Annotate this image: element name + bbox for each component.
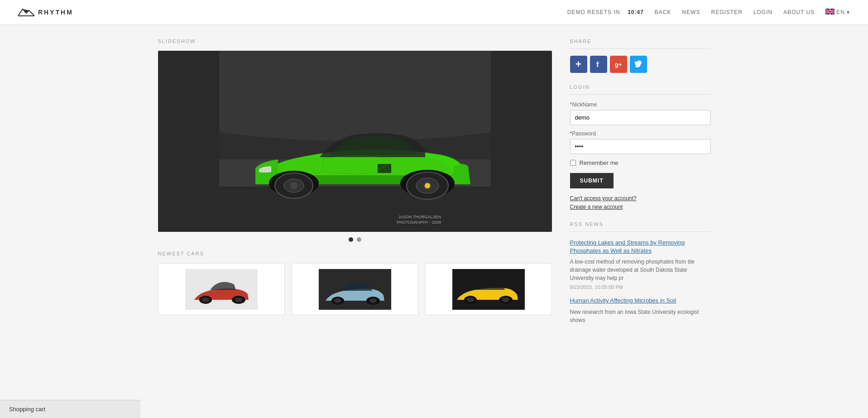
share-twitter-button[interactable] bbox=[630, 56, 647, 73]
slideshow-title: SLIDESHOW bbox=[158, 38, 552, 44]
newest-cars-section: NEWEST CARS bbox=[158, 251, 552, 315]
svg-point-36 bbox=[334, 298, 341, 303]
chevron-down-icon: ▾ bbox=[847, 9, 850, 15]
language-selector[interactable]: EN ▾ bbox=[825, 9, 850, 16]
rss-title: RSS NEWS bbox=[570, 221, 710, 232]
share-facebook-button[interactable]: f bbox=[590, 56, 607, 73]
svg-marker-1 bbox=[23, 9, 29, 13]
nav-back[interactable]: BACK bbox=[655, 9, 671, 15]
svg-text:JASON THORGALSEN: JASON THORGALSEN bbox=[398, 215, 441, 219]
svg-point-42 bbox=[502, 298, 509, 302]
lang-label: EN bbox=[836, 9, 845, 15]
car-thumb-svg-1 bbox=[185, 269, 258, 310]
share-title: SHARE bbox=[570, 38, 710, 49]
nav-news[interactable]: NEWS bbox=[682, 9, 700, 15]
slideshow-image: JASON THORGALSEN PHOTOGRAPHY - 2009 bbox=[158, 51, 552, 232]
slide-dot-1[interactable] bbox=[349, 237, 353, 242]
car-thumb-2[interactable] bbox=[292, 263, 418, 315]
svg-text:f: f bbox=[596, 61, 599, 68]
login-title: LOGIN bbox=[570, 84, 710, 95]
submit-button[interactable]: SUBMIT bbox=[570, 173, 614, 188]
facebook-icon: f bbox=[594, 60, 603, 69]
password-label: *Password bbox=[570, 130, 710, 137]
nav-login[interactable]: LOGIN bbox=[753, 9, 772, 15]
twitter-icon bbox=[633, 59, 643, 69]
nav-about[interactable]: ABOUT US bbox=[783, 9, 815, 15]
newest-cars-title: NEWEST CARS bbox=[158, 251, 552, 256]
nav-register[interactable]: REGISTER bbox=[711, 9, 743, 15]
rss-item-2-text: New research from an Iowa State Universi… bbox=[570, 308, 710, 324]
login-links: Can't access your account? Create a new … bbox=[570, 195, 710, 210]
logo-text: RHYTHM bbox=[38, 9, 73, 16]
nav: DEMO RESETS IN: 10:47 BACK NEWS REGISTER… bbox=[567, 9, 850, 16]
svg-point-41 bbox=[467, 298, 474, 302]
slide-dot-2[interactable] bbox=[357, 237, 361, 242]
slideshow-section: SLIDESHOW bbox=[158, 38, 552, 242]
rss-item-1-title[interactable]: Protecting Lakes and Streams by Removing… bbox=[570, 239, 710, 255]
rss-item-1-text: A low-cost method of removing phosphates… bbox=[570, 258, 710, 282]
create-account-link[interactable]: Create a new account bbox=[570, 204, 710, 210]
password-input[interactable] bbox=[570, 139, 710, 154]
car-svg: JASON THORGALSEN PHOTOGRAPHY - 2009 bbox=[158, 51, 552, 232]
demo-timer: 10:47 bbox=[628, 9, 644, 15]
rss-item-1-date: 9/23/2015, 10:05:00 PM bbox=[570, 284, 710, 290]
car-thumb-svg-2 bbox=[319, 269, 391, 310]
main-container: SLIDESHOW bbox=[140, 25, 729, 349]
rss-section: RSS NEWS Protecting Lakes and Streams by… bbox=[570, 221, 710, 324]
remember-label: Remember me bbox=[580, 159, 619, 166]
svg-point-31 bbox=[202, 298, 209, 302]
car-thumb-1[interactable] bbox=[158, 263, 285, 315]
svg-text:PHOTOGRAPHY - 2009: PHOTOGRAPHY - 2009 bbox=[397, 220, 441, 225]
remember-checkbox[interactable] bbox=[570, 160, 576, 166]
demo-timer-container: DEMO RESETS IN: 10:47 bbox=[567, 9, 644, 15]
logo-icon bbox=[18, 7, 34, 18]
svg-rect-14 bbox=[219, 187, 491, 232]
share-buttons: + f g+ bbox=[570, 56, 710, 73]
svg-point-21 bbox=[290, 182, 297, 189]
cars-grid bbox=[158, 263, 552, 315]
nickname-label: *NickName bbox=[570, 101, 710, 108]
svg-point-25 bbox=[425, 183, 430, 188]
share-google-button[interactable]: g+ bbox=[610, 56, 627, 73]
flag-icon bbox=[825, 9, 834, 16]
share-add-button[interactable]: + bbox=[570, 56, 587, 73]
share-section: SHARE + f g+ bbox=[570, 38, 710, 73]
slideshow-dots bbox=[158, 237, 552, 242]
nickname-input[interactable] bbox=[570, 110, 710, 125]
right-column: SHARE + f g+ LOGIN *NickName bbox=[570, 38, 710, 336]
rss-item-2-title[interactable]: Human Activity Affecting Microbes in Soi… bbox=[570, 297, 710, 305]
rss-item-2: Human Activity Affecting Microbes in Soi… bbox=[570, 297, 710, 324]
demo-resets-label: DEMO RESETS IN: bbox=[567, 9, 622, 15]
car-thumb-svg-3 bbox=[452, 269, 525, 310]
svg-point-37 bbox=[369, 298, 377, 303]
left-column: SLIDESHOW bbox=[158, 38, 552, 336]
svg-point-32 bbox=[235, 298, 242, 302]
rss-item-1: Protecting Lakes and Streams by Removing… bbox=[570, 239, 710, 290]
car-thumb-3[interactable] bbox=[425, 263, 552, 315]
svg-rect-10 bbox=[825, 11, 834, 12]
remember-row: Remember me bbox=[570, 159, 710, 166]
logo: RHYTHM bbox=[18, 7, 73, 18]
login-section: LOGIN *NickName *Password Remember me SU… bbox=[570, 84, 710, 210]
header: RHYTHM DEMO RESETS IN: 10:47 BACK NEWS R… bbox=[0, 0, 868, 25]
cant-access-link[interactable]: Can't access your account? bbox=[570, 195, 710, 202]
